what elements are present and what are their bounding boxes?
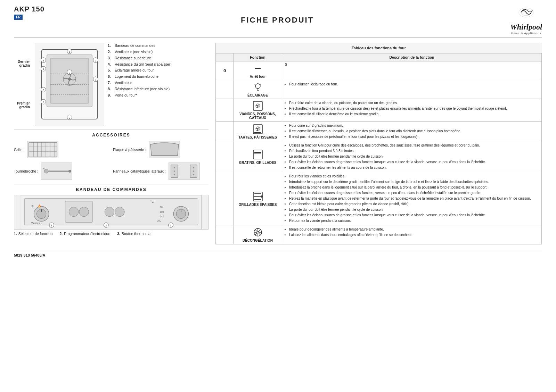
svg-text:8: 8 bbox=[43, 101, 44, 104]
accessory-grille-img bbox=[27, 141, 58, 158]
table-row: 0Arrêt four0 bbox=[216, 61, 542, 80]
oven-diagram: 1 2 3 4 5 6 7 8 bbox=[35, 43, 104, 126]
legend-2-label: Programmateur électronique bbox=[64, 232, 110, 236]
svg-point-100 bbox=[257, 231, 259, 233]
col-description: Description de la fonction bbox=[282, 53, 542, 61]
description-item: Laissez les aliments dans leurs emballag… bbox=[289, 232, 539, 237]
table-row: GRILLADES ÉPAISSESPour rôtir les viandes… bbox=[216, 172, 542, 225]
parts-list-item: 2.Ventilateur (non visible) bbox=[108, 49, 208, 55]
function-icon-inline bbox=[236, 191, 279, 203]
function-name: DÉCONGÉLATION bbox=[243, 239, 273, 242]
svg-text:3: 3 bbox=[170, 224, 172, 227]
function-name: VIANDES, POISSONS,GÂTEAUX bbox=[239, 112, 276, 120]
description-item: Préchauffez le four à la température de … bbox=[289, 106, 539, 111]
function-name-cell: VIANDES, POISSONS,GÂTEAUX bbox=[234, 99, 282, 122]
legend-1-label: Sélecteur de fonction bbox=[18, 232, 53, 236]
description-item: Pour faire cuire de la viande, du poisso… bbox=[289, 100, 539, 106]
function-description-cell: Pour allumer l'éclairage du four. bbox=[282, 80, 542, 99]
svg-text:80: 80 bbox=[160, 206, 163, 208]
svg-text:2: 2 bbox=[105, 224, 107, 227]
function-description-cell: Pour rôtir les viandes et les volailles.… bbox=[282, 172, 542, 225]
svg-text:5: 5 bbox=[95, 59, 97, 62]
legend-1: 1. Sélecteur de fonction bbox=[14, 232, 52, 236]
svg-text:4: 4 bbox=[43, 68, 44, 71]
svg-point-94 bbox=[261, 195, 263, 198]
function-name: TARTES, PÂTISSERIES bbox=[238, 135, 277, 139]
svg-text:7: 7 bbox=[95, 78, 97, 81]
description-item: Introduisez le support sur le deuxième g… bbox=[289, 179, 539, 184]
parts-num: 2. bbox=[108, 49, 113, 55]
parts-label: Ventilateur bbox=[115, 80, 132, 86]
function-name: ÉCLAIRAGE bbox=[247, 93, 268, 97]
whirlpool-logo-icon bbox=[516, 5, 537, 23]
parts-label: Résistance du gril (peut s'abaisser) bbox=[115, 61, 172, 68]
parts-list-item: 1.Bandeau de commandes bbox=[108, 43, 208, 49]
description-item: Pour éviter les éclaboussures de graisse… bbox=[289, 212, 539, 218]
accessory-grille-label: Grille : bbox=[14, 148, 24, 152]
svg-point-86 bbox=[257, 128, 259, 130]
description-item: Il n'est pas nécessaire de préchauffer l… bbox=[289, 134, 539, 139]
accessories-grid: Grille : bbox=[14, 141, 208, 180]
col-function: Fonction bbox=[234, 53, 282, 61]
description-item: Il est conseillé d'utiliser le deuxième … bbox=[289, 111, 539, 117]
brand-subtitle: Home & Appliances bbox=[511, 32, 541, 35]
accessory-tournebroche-label: Tournebroche : bbox=[14, 169, 38, 173]
svg-text:Viandes...: Viandes... bbox=[31, 222, 42, 224]
table-row: DÉCONGÉLATIONIdéale pour décongeler des … bbox=[216, 225, 542, 244]
function-name-cell: TARTES, PÂTISSERIES bbox=[234, 122, 282, 141]
accessories-title: ACCESSOIRES bbox=[14, 133, 208, 137]
description-item: Idéale pour décongeler des aliments à te… bbox=[289, 227, 539, 232]
svg-text:100: 100 bbox=[160, 211, 164, 213]
svg-text:⚙: ⚙ bbox=[31, 205, 34, 208]
function-icon-cell bbox=[216, 122, 234, 141]
parts-num: 9. bbox=[108, 92, 113, 99]
parts-label: Porte du four* bbox=[115, 92, 137, 99]
footer: 5019 310 56408/A bbox=[14, 250, 542, 257]
svg-point-60 bbox=[115, 207, 124, 216]
table-row: ÉCLAIRAGEPour allumer l'éclairage du fou… bbox=[216, 80, 542, 99]
side-label-bottom: Premiergradin bbox=[14, 101, 30, 109]
parts-list-item: 5.Éclairage arrière du four bbox=[108, 67, 208, 74]
brand-logo: Whirlpool Home & Appliances bbox=[510, 5, 542, 35]
description-item: Il est conseillé d'inverser, au besoin, … bbox=[289, 128, 539, 134]
legend-3: 3. Bouton thermostat bbox=[117, 232, 152, 236]
function-icon-cell bbox=[216, 172, 234, 225]
svg-text:🔥: 🔥 bbox=[38, 204, 41, 208]
accessory-plaque-img bbox=[149, 141, 180, 158]
svg-text:9: 9 bbox=[69, 116, 71, 119]
document-title: FICHE PRODUIT bbox=[241, 16, 314, 25]
svg-point-43 bbox=[174, 174, 175, 175]
parts-num: 4. bbox=[108, 61, 113, 68]
accessory-plaque: Plaque à pâtisserie : bbox=[113, 141, 208, 158]
description-list: Pour rôtir les viandes et les volailles.… bbox=[285, 174, 539, 223]
svg-point-76 bbox=[255, 84, 260, 89]
function-icon-inline bbox=[236, 124, 279, 135]
description-item: Il est conseillé de retourner les alimen… bbox=[289, 165, 539, 170]
parts-label: Résistance supérieure bbox=[115, 55, 151, 61]
svg-point-39 bbox=[44, 169, 48, 173]
svg-line-78 bbox=[260, 84, 261, 85]
col-icon bbox=[216, 53, 234, 61]
svg-point-58 bbox=[79, 207, 89, 216]
description-list: Utilisez la fonction Gril pour cuire des… bbox=[285, 143, 539, 170]
description-item: Pour éviter les éclaboussures de graisse… bbox=[289, 159, 539, 165]
side-labels: Derniergradin Premiergradin bbox=[14, 43, 31, 126]
header-left: AKP 150 FR bbox=[14, 5, 44, 20]
parts-num: 8. bbox=[108, 86, 113, 92]
function-name-cell: GRATINS, GRILLADES bbox=[234, 141, 282, 172]
whirlpool-logo: Whirlpool Home & Appliances bbox=[510, 5, 542, 35]
description-item: Cette fonction est idéale pour cuire de … bbox=[289, 201, 539, 207]
language-badge: FR bbox=[14, 15, 23, 20]
svg-text:2: 2 bbox=[69, 71, 71, 74]
svg-text:140: 140 bbox=[160, 215, 164, 218]
parts-num: 6. bbox=[108, 74, 113, 80]
function-description-cell: 0 bbox=[282, 61, 542, 80]
svg-text:3: 3 bbox=[43, 59, 44, 62]
table-row: GRATINS, GRILLADESUtilisez la fonction G… bbox=[216, 141, 542, 172]
svg-point-82 bbox=[257, 105, 259, 107]
parts-list-item: 6.Logement du tournebroche bbox=[108, 74, 208, 80]
parts-num: 5. bbox=[108, 67, 113, 74]
svg-text:6: 6 bbox=[43, 89, 44, 92]
function-icon-inline bbox=[236, 149, 279, 161]
parts-list-item: 9.Porte du four* bbox=[108, 92, 208, 99]
